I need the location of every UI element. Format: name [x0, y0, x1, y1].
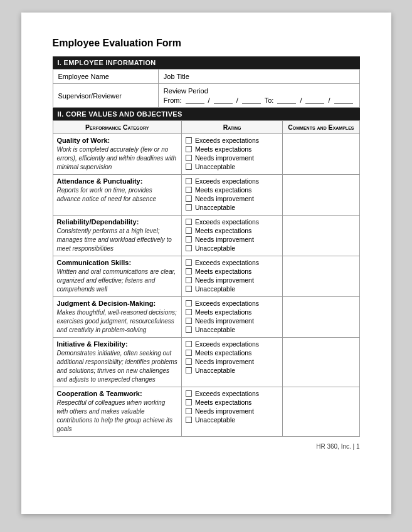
- checkbox[interactable]: [186, 358, 192, 365]
- rating-option[interactable]: Meets expectations: [186, 227, 278, 234]
- category-title: Reliability/Dependability:: [57, 218, 177, 226]
- rating-label: Meets expectations: [195, 186, 251, 194]
- rating-option[interactable]: Needs improvement: [186, 154, 278, 162]
- checkbox[interactable]: [186, 204, 192, 211]
- checkbox[interactable]: [186, 268, 192, 274]
- checkbox[interactable]: [186, 417, 192, 423]
- checkbox[interactable]: [186, 390, 192, 397]
- checkbox[interactable]: [186, 367, 192, 373]
- from-date-slot3: [242, 96, 261, 104]
- rating-option[interactable]: Meets expectations: [186, 399, 278, 406]
- performance-cell: Attendance & Punctuality:Reports for wor…: [53, 175, 181, 216]
- rating-option[interactable]: Unacceptable: [186, 416, 278, 424]
- checkbox[interactable]: [186, 236, 192, 243]
- table-row: Quality of Work:Work is completed accura…: [53, 134, 359, 175]
- rating-option[interactable]: Needs improvement: [186, 358, 278, 365]
- slash1: /: [208, 96, 210, 104]
- category-desc: Work is completed accurately (few or no …: [57, 145, 177, 172]
- from-date-slot2: [214, 96, 233, 104]
- page: Employee Evaluation Form I. EMPLOYEE INF…: [21, 13, 391, 514]
- review-period-dates: From: / / To: / /: [164, 96, 354, 104]
- rating-option[interactable]: Exceeds expectations: [186, 218, 278, 226]
- rating-label: Exceeds expectations: [195, 390, 259, 397]
- rating-label: Needs improvement: [195, 358, 254, 365]
- rating-option[interactable]: Needs improvement: [186, 407, 278, 415]
- rating-option[interactable]: Unacceptable: [186, 367, 278, 374]
- rating-option[interactable]: Exceeds expectations: [186, 177, 278, 185]
- rating-label: Unacceptable: [195, 163, 235, 170]
- checkbox[interactable]: [186, 178, 192, 184]
- checkbox[interactable]: [186, 259, 192, 266]
- rating-cell: Exceeds expectationsMeets expectationsNe…: [181, 387, 282, 437]
- rating-option[interactable]: Meets expectations: [186, 186, 278, 194]
- rating-option[interactable]: Unacceptable: [186, 326, 278, 333]
- checkbox[interactable]: [186, 286, 192, 292]
- checkbox[interactable]: [186, 196, 192, 202]
- checkbox[interactable]: [186, 341, 192, 347]
- rating-option[interactable]: Needs improvement: [186, 317, 278, 325]
- rating-option[interactable]: Unacceptable: [186, 204, 278, 211]
- review-period-label: Review Period: [164, 87, 354, 95]
- checkbox[interactable]: [186, 326, 192, 333]
- rating-option[interactable]: Meets expectations: [186, 145, 278, 153]
- footer: HR 360, Inc. | 1: [53, 443, 360, 450]
- rating-option[interactable]: Unacceptable: [186, 244, 278, 252]
- employee-info-table: Employee Name Job Title Supervisor/Revie…: [53, 69, 360, 108]
- category-desc: Respectful of colleagues when working wi…: [57, 399, 177, 434]
- rating-option[interactable]: Meets expectations: [186, 349, 278, 357]
- checkbox[interactable]: [186, 155, 192, 161]
- checkbox[interactable]: [186, 350, 192, 356]
- rating-label: Exceeds expectations: [195, 340, 259, 348]
- rating-cell: Exceeds expectationsMeets expectationsNe…: [181, 297, 282, 338]
- checkbox[interactable]: [186, 408, 192, 414]
- rating-option[interactable]: Unacceptable: [186, 285, 278, 293]
- rating-option[interactable]: Needs improvement: [186, 276, 278, 284]
- checkbox[interactable]: [186, 219, 192, 225]
- checkbox[interactable]: [186, 277, 192, 283]
- performance-col-header: Performance Category: [53, 121, 181, 134]
- rating-option[interactable]: Meets expectations: [186, 308, 278, 316]
- comments-cell: [283, 297, 359, 338]
- checkbox[interactable]: [186, 187, 192, 193]
- rating-label: Unacceptable: [195, 244, 235, 252]
- rating-option[interactable]: Exceeds expectations: [186, 340, 278, 348]
- checkbox[interactable]: [186, 146, 192, 152]
- rating-label: Needs improvement: [195, 236, 254, 243]
- rating-cell: Exceeds expectationsMeets expectationsNe…: [181, 256, 282, 297]
- to-date-slot2: [305, 96, 324, 104]
- rating-option[interactable]: Needs improvement: [186, 236, 278, 243]
- comments-col-header: Comments and Examples: [283, 121, 359, 134]
- checkbox[interactable]: [186, 300, 192, 306]
- checkbox[interactable]: [186, 399, 192, 405]
- comments-cell: [283, 216, 359, 256]
- rating-option[interactable]: Exceeds expectations: [186, 300, 278, 307]
- rating-label: Meets expectations: [195, 349, 251, 357]
- rating-label: Meets expectations: [195, 145, 251, 153]
- checkbox[interactable]: [186, 245, 192, 251]
- table-row: Initiative & Flexibility:Demonstrates in…: [53, 338, 359, 387]
- checkbox[interactable]: [186, 164, 192, 170]
- checkbox[interactable]: [186, 309, 192, 315]
- checkbox[interactable]: [186, 137, 192, 143]
- to-date-slot: [277, 96, 296, 104]
- rating-option[interactable]: Exceeds expectations: [186, 137, 278, 144]
- checkbox[interactable]: [186, 318, 192, 324]
- category-title: Cooperation & Teamwork:: [57, 390, 177, 397]
- rating-label: Exceeds expectations: [195, 137, 259, 144]
- comments-cell: [283, 134, 359, 175]
- supervisor-row: Supervisor/Reviewer Review Period From: …: [53, 84, 359, 108]
- table-row: Cooperation & Teamwork:Respectful of col…: [53, 387, 359, 437]
- rating-option[interactable]: Meets expectations: [186, 268, 278, 275]
- rating-option[interactable]: Unacceptable: [186, 163, 278, 170]
- category-title: Initiative & Flexibility:: [57, 340, 177, 348]
- checkbox[interactable]: [186, 227, 192, 234]
- rating-label: Needs improvement: [195, 407, 254, 415]
- rating-option[interactable]: Needs improvement: [186, 195, 278, 202]
- rating-label: Meets expectations: [195, 399, 251, 406]
- rating-option[interactable]: Exceeds expectations: [186, 390, 278, 397]
- performance-cell: Judgment & Decision-Making:Makes thought…: [53, 297, 181, 338]
- rating-label: Unacceptable: [195, 204, 235, 211]
- employee-info-header: I. EMPLOYEE INFORMATION: [53, 56, 360, 69]
- table-row: Reliability/Dependability:Consistently p…: [53, 216, 359, 256]
- rating-option[interactable]: Exceeds expectations: [186, 259, 278, 266]
